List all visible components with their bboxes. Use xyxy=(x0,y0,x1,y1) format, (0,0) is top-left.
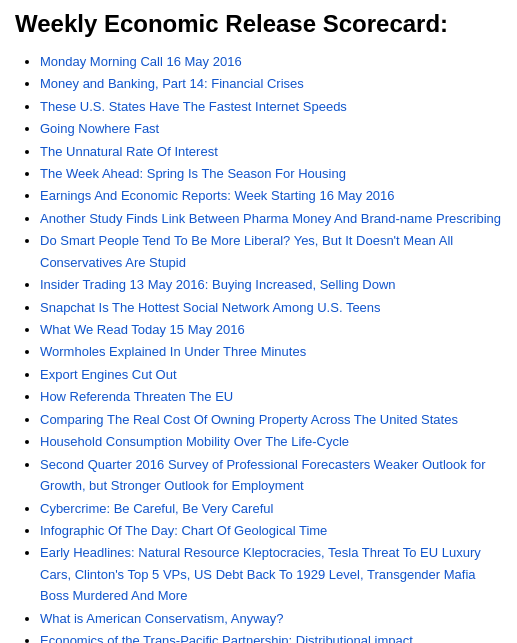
list-item: Snapchat Is The Hottest Social Network A… xyxy=(40,297,502,318)
article-link[interactable]: Another Study Finds Link Between Pharma … xyxy=(40,211,501,226)
list-item: The Week Ahead: Spring Is The Season For… xyxy=(40,163,502,184)
article-link[interactable]: Infographic Of The Day: Chart Of Geologi… xyxy=(40,523,327,538)
list-item: How Referenda Threaten The EU xyxy=(40,386,502,407)
article-link[interactable]: How Referenda Threaten The EU xyxy=(40,389,233,404)
article-link[interactable]: The Week Ahead: Spring Is The Season For… xyxy=(40,166,346,181)
list-item: The Unnatural Rate Of Interest xyxy=(40,141,502,162)
list-item: Comparing The Real Cost Of Owning Proper… xyxy=(40,409,502,430)
list-item: These U.S. States Have The Fastest Inter… xyxy=(40,96,502,117)
list-item: Money and Banking, Part 14: Financial Cr… xyxy=(40,73,502,94)
article-link[interactable]: Money and Banking, Part 14: Financial Cr… xyxy=(40,76,304,91)
list-item: What We Read Today 15 May 2016 xyxy=(40,319,502,340)
list-item: Going Nowhere Fast xyxy=(40,118,502,139)
article-link[interactable]: Second Quarter 2016 Survey of Profession… xyxy=(40,457,486,493)
list-item: Economics of the Trans-Pacific Partnersh… xyxy=(40,630,502,643)
article-link[interactable]: These U.S. States Have The Fastest Inter… xyxy=(40,99,347,114)
list-item: Earnings And Economic Reports: Week Star… xyxy=(40,185,502,206)
list-item: Early Headlines: Natural Resource Klepto… xyxy=(40,542,502,606)
article-link[interactable]: Economics of the Trans-Pacific Partnersh… xyxy=(40,633,413,643)
article-link[interactable]: What We Read Today 15 May 2016 xyxy=(40,322,245,337)
list-item: Second Quarter 2016 Survey of Profession… xyxy=(40,454,502,497)
list-item: What is American Conservatism, Anyway? xyxy=(40,608,502,629)
list-item: Another Study Finds Link Between Pharma … xyxy=(40,208,502,229)
list-item: Household Consumption Mobility Over The … xyxy=(40,431,502,452)
page-title: Weekly Economic Release Scorecard: xyxy=(15,10,502,39)
article-link[interactable]: Snapchat Is The Hottest Social Network A… xyxy=(40,300,381,315)
article-link[interactable]: What is American Conservatism, Anyway? xyxy=(40,611,283,626)
article-link[interactable]: Going Nowhere Fast xyxy=(40,121,159,136)
article-link[interactable]: Cybercrime: Be Careful, Be Very Careful xyxy=(40,501,273,516)
article-link[interactable]: Insider Trading 13 May 2016: Buying Incr… xyxy=(40,277,396,292)
list-item: Do Smart People Tend To Be More Liberal?… xyxy=(40,230,502,273)
article-link[interactable]: Monday Morning Call 16 May 2016 xyxy=(40,54,242,69)
article-link[interactable]: Wormholes Explained In Under Three Minut… xyxy=(40,344,306,359)
list-item: Cybercrime: Be Careful, Be Very Careful xyxy=(40,498,502,519)
list-item: Export Engines Cut Out xyxy=(40,364,502,385)
article-link[interactable]: Comparing The Real Cost Of Owning Proper… xyxy=(40,412,458,427)
list-item: Monday Morning Call 16 May 2016 xyxy=(40,51,502,72)
list-item: Wormholes Explained In Under Three Minut… xyxy=(40,341,502,362)
list-item: Insider Trading 13 May 2016: Buying Incr… xyxy=(40,274,502,295)
article-link[interactable]: Household Consumption Mobility Over The … xyxy=(40,434,349,449)
article-link[interactable]: The Unnatural Rate Of Interest xyxy=(40,144,218,159)
article-link[interactable]: Do Smart People Tend To Be More Liberal?… xyxy=(40,233,453,269)
list-item: Infographic Of The Day: Chart Of Geologi… xyxy=(40,520,502,541)
article-link[interactable]: Earnings And Economic Reports: Week Star… xyxy=(40,188,395,203)
article-list: Monday Morning Call 16 May 2016Money and… xyxy=(15,51,502,643)
article-link[interactable]: Early Headlines: Natural Resource Klepto… xyxy=(40,545,481,603)
article-link[interactable]: Export Engines Cut Out xyxy=(40,367,177,382)
